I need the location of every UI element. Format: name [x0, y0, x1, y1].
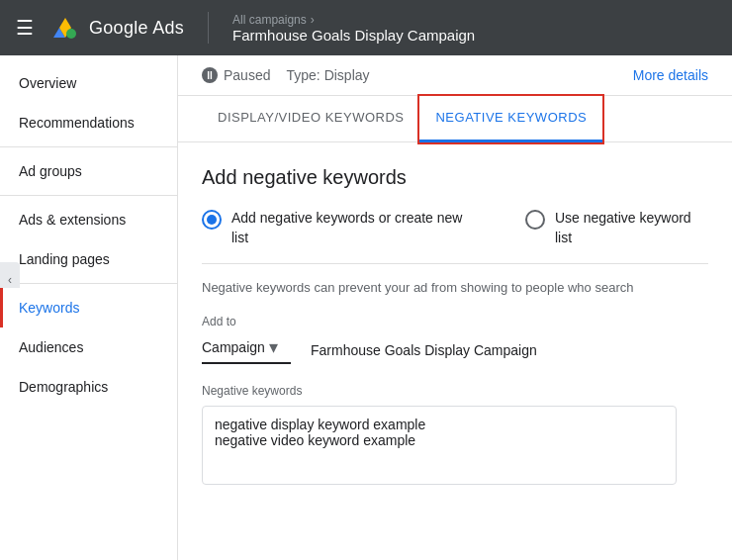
- dropdown-arrow-icon: ▾: [269, 336, 278, 358]
- campaign-name: Farmhouse Goals Display Campaign: [311, 342, 537, 358]
- campaign-selector: Campaign ▾ Farmhouse Goals Display Campa…: [202, 336, 708, 364]
- sidebar-item-demographics[interactable]: Demographics: [0, 367, 177, 407]
- info-text: Negative keywords can prevent your ad fr…: [202, 263, 708, 295]
- breadcrumb-top: All campaigns ›: [232, 13, 475, 27]
- add-to-label: Add to: [202, 315, 708, 328]
- neg-keywords-label: Negative keywords: [202, 384, 708, 398]
- campaign-dropdown-label: Campaign: [202, 339, 265, 355]
- header: ☰ Google Ads All campaigns › Farmhouse G…: [0, 0, 732, 55]
- tab-display-video[interactable]: DISPLAY/VIDEO KEYWORDS: [202, 96, 419, 141]
- campaign-dropdown[interactable]: Campaign ▾: [202, 336, 291, 364]
- header-divider: [208, 12, 209, 44]
- sidebar-item-overview[interactable]: Overview: [0, 63, 177, 103]
- radio-unchecked-icon: [525, 210, 545, 230]
- breadcrumb: All campaigns › Farmhouse Goals Display …: [232, 13, 475, 44]
- logo: Google Ads: [49, 12, 184, 44]
- status-text: Paused: [224, 67, 270, 83]
- sidebar-item-landing-pages[interactable]: Landing pages: [0, 239, 177, 279]
- radio-option-use-list[interactable]: Use negative keyword list: [525, 209, 708, 247]
- more-details-link[interactable]: More details: [633, 67, 708, 83]
- paused-icon: II: [202, 67, 218, 83]
- sidebar-item-audiences[interactable]: Audiences: [0, 327, 177, 367]
- negative-keywords-textarea[interactable]: negative display keyword example negativ…: [202, 406, 677, 485]
- radio-option-create[interactable]: Add negative keywords or create new list: [202, 209, 478, 247]
- main-content: II Paused Type: Display More details DIS…: [178, 55, 732, 560]
- sidebar-item-recommendations[interactable]: Recommendations: [0, 103, 177, 142]
- radio-group: Add negative keywords or create new list…: [202, 209, 708, 247]
- campaign-status-bar: II Paused Type: Display More details: [178, 55, 732, 96]
- tab-negative-keywords[interactable]: NEGATIVE KEYWORDS: [419, 96, 602, 142]
- sidebar-item-ad-groups[interactable]: Ad groups: [0, 151, 177, 191]
- sidebar-item-keywords[interactable]: Keywords: [0, 288, 177, 327]
- status-badge: II Paused: [202, 67, 270, 83]
- content-area: Add negative keywords Add negative keywo…: [178, 142, 732, 560]
- logo-text: Google Ads: [89, 18, 184, 39]
- sidebar-divider-1: [0, 146, 177, 147]
- radio-label-use-list: Use negative keyword list: [555, 209, 708, 247]
- svg-point-3: [66, 29, 76, 39]
- radio-label-create: Add negative keywords or create new list: [231, 209, 478, 247]
- radio-checked-icon: [202, 210, 222, 230]
- tabs-bar: DISPLAY/VIDEO KEYWORDS NEGATIVE KEYWORDS: [178, 96, 732, 142]
- sidebar: ‹ Overview Recommendations Ad groups Ads…: [0, 55, 178, 560]
- type-label: Type: Display: [286, 67, 369, 83]
- sidebar-divider-2: [0, 195, 177, 196]
- section-title: Add negative keywords: [202, 166, 708, 189]
- sidebar-item-ads-extensions[interactable]: Ads & extensions: [0, 200, 177, 239]
- menu-icon[interactable]: ☰: [16, 16, 34, 40]
- breadcrumb-chevron-icon: ›: [311, 13, 315, 27]
- breadcrumb-link[interactable]: All campaigns: [232, 13, 307, 27]
- google-ads-logo-icon: [49, 12, 81, 44]
- campaign-title: Farmhouse Goals Display Campaign: [232, 27, 475, 44]
- sidebar-divider-3: [0, 283, 177, 284]
- layout: ‹ Overview Recommendations Ad groups Ads…: [0, 55, 732, 560]
